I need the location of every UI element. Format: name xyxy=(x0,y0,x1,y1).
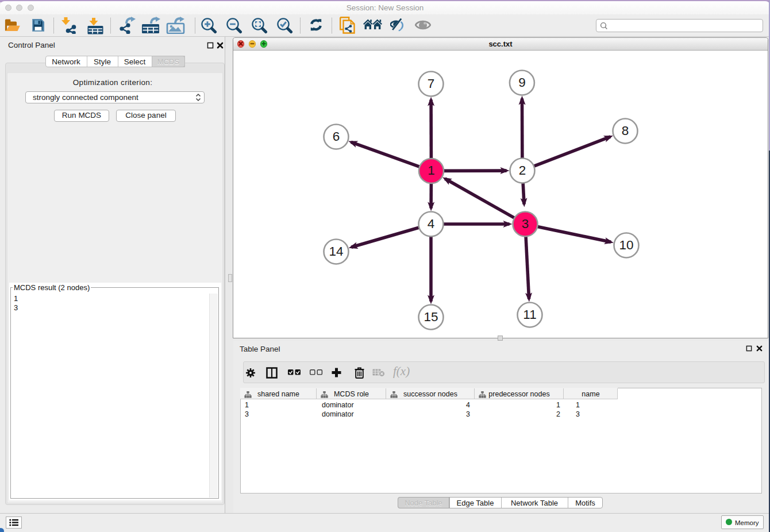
svg-text:2: 2 xyxy=(519,163,526,178)
svg-text:7: 7 xyxy=(428,76,435,91)
svg-text:10: 10 xyxy=(619,238,633,252)
svg-text:14: 14 xyxy=(329,244,343,259)
svg-text:4: 4 xyxy=(428,217,435,231)
svg-text:3: 3 xyxy=(522,217,529,231)
svg-text:8: 8 xyxy=(622,124,629,138)
svg-text:6: 6 xyxy=(333,129,340,144)
svg-text:11: 11 xyxy=(523,307,536,322)
svg-text:15: 15 xyxy=(424,310,438,324)
svg-text:9: 9 xyxy=(518,75,526,90)
svg-text:1: 1 xyxy=(428,163,435,178)
